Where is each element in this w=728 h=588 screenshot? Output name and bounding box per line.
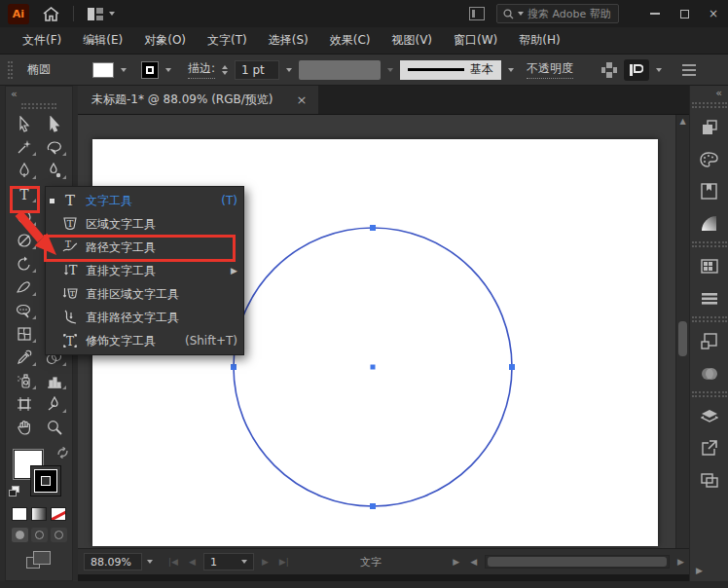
scroll-right-icon[interactable]: ▶ <box>674 557 687 567</box>
previous-artboard-button[interactable]: ◀ <box>186 557 199 567</box>
stroke-color-swatch[interactable] <box>141 61 159 79</box>
draw-inside-button[interactable] <box>51 528 67 542</box>
magic-wand-tool[interactable] <box>9 135 39 159</box>
panel-grip[interactable] <box>692 391 727 397</box>
variable-width-profile-dropdown[interactable] <box>299 60 381 80</box>
menu-window[interactable]: 窗口(W) <box>443 32 508 49</box>
menu-edit[interactable]: 编辑(E) <box>72 32 133 49</box>
gradient-panel-icon[interactable] <box>690 207 728 239</box>
home-icon[interactable] <box>43 7 59 21</box>
zoom-level-box[interactable]: 88.09% <box>84 553 142 570</box>
arrange-documents-button[interactable] <box>88 8 115 20</box>
menu-effect[interactable]: 效果(C) <box>319 32 382 49</box>
minimize-button[interactable] <box>640 0 670 27</box>
zoom-dropdown-icon[interactable] <box>147 560 153 564</box>
opacity-link[interactable]: 不透明度 <box>527 60 573 79</box>
actions-play-icon[interactable]: ▶ <box>690 566 703 581</box>
change-screen-mode-button[interactable] <box>26 551 52 570</box>
menu-item-touch-type-tool[interactable]: T 修饰文字工具 (Shift+T) <box>46 329 243 352</box>
selection-tool[interactable] <box>9 112 39 135</box>
chevron-down-icon[interactable] <box>656 68 662 72</box>
menu-file[interactable]: 文件(F) <box>12 32 72 49</box>
eyedropper-tool[interactable] <box>9 346 39 369</box>
menu-item-area-type-tool[interactable]: T 区域文字工具 <box>46 212 243 236</box>
width-tool[interactable] <box>9 299 39 322</box>
fill-color-swatch[interactable] <box>92 62 114 78</box>
status-expand-icon[interactable]: ▶ <box>450 557 462 567</box>
vertical-scrollbar[interactable]: ▲ <box>675 115 689 548</box>
fill-stroke-indicator[interactable] <box>9 447 69 503</box>
panel-grip[interactable] <box>692 316 727 322</box>
next-artboard-button[interactable]: ▶ <box>259 557 272 567</box>
stroke-panel-link[interactable]: 描边: <box>188 60 215 79</box>
workspace-switcher-button[interactable] <box>624 59 649 81</box>
chevron-down-icon[interactable] <box>508 68 514 72</box>
first-artboard-button[interactable]: |◀ <box>165 557 181 567</box>
menu-item-type-tool[interactable]: T 文字工具 (T) <box>46 189 243 212</box>
zoom-tool[interactable] <box>39 416 69 439</box>
tab-close-icon[interactable]: × <box>296 92 307 107</box>
properties-panel-icon[interactable] <box>690 111 728 143</box>
draw-normal-button[interactable] <box>12 528 28 542</box>
chevron-down-icon[interactable] <box>121 68 127 72</box>
panel-grip[interactable] <box>8 61 13 79</box>
right-dock-collapse[interactable]: « <box>690 86 728 100</box>
curvature-tool[interactable] <box>39 159 69 182</box>
draw-behind-button[interactable] <box>31 528 48 542</box>
color-panel-icon[interactable] <box>690 143 728 175</box>
brush-definition-dropdown[interactable]: 基本 <box>400 60 501 80</box>
layers-panel-icon[interactable] <box>690 400 728 432</box>
menu-select[interactable]: 选择(S) <box>258 32 319 49</box>
artboard-grid-panel-icon[interactable] <box>690 250 728 282</box>
anchor-top[interactable] <box>370 225 376 231</box>
chevron-down-icon[interactable] <box>165 68 171 72</box>
menu-view[interactable]: 视图(V) <box>381 32 443 49</box>
stroke-width-stepper[interactable] <box>222 65 228 75</box>
control-bar-menu-icon[interactable] <box>682 64 696 76</box>
align-icon[interactable] <box>601 62 617 78</box>
swap-fill-stroke-icon[interactable] <box>56 447 69 459</box>
horizontal-scrollbar[interactable] <box>485 555 670 569</box>
menu-item-vertical-type-on-path-tool[interactable]: 直排路径文字工具 <box>46 306 243 329</box>
menu-help[interactable]: 帮助(H) <box>508 32 570 49</box>
direct-selection-tool[interactable] <box>39 112 69 135</box>
toolbar-collapse[interactable]: « <box>6 87 72 101</box>
chevron-down-icon[interactable] <box>387 68 393 72</box>
artboard-tool[interactable] <box>9 392 39 416</box>
artboard-dropdown-icon[interactable] <box>241 560 247 564</box>
symbols-panel-icon[interactable] <box>690 325 728 357</box>
lasso-tool[interactable] <box>39 135 69 159</box>
color-button[interactable] <box>12 507 27 521</box>
artboard-number-box[interactable]: 1 <box>203 553 254 570</box>
pen-tool[interactable] <box>9 159 39 182</box>
paintbrush-tool[interactable] <box>9 276 39 299</box>
search-input[interactable]: 搜索 Adobe 帮助 <box>496 4 619 23</box>
transparency-panel-icon[interactable] <box>690 357 728 389</box>
symbol-sprayer-tool[interactable] <box>9 369 39 392</box>
panel-grip[interactable] <box>692 241 727 247</box>
toolbar-grip[interactable] <box>21 103 56 109</box>
horizontal-scroll-thumb[interactable] <box>488 557 667 567</box>
default-fill-stroke-icon[interactable] <box>9 486 21 497</box>
document-setup-icon[interactable] <box>469 7 485 20</box>
stroke-panel-icon[interactable] <box>690 282 728 314</box>
blend-tool[interactable] <box>39 392 69 416</box>
vertical-scroll-thumb[interactable] <box>678 321 687 356</box>
scroll-left-icon[interactable]: ◀ <box>467 557 480 567</box>
menu-type[interactable]: 文字(T) <box>197 32 258 49</box>
anchor-bottom[interactable] <box>370 503 376 509</box>
mesh-tool[interactable] <box>9 322 39 346</box>
gradient-button[interactable] <box>31 507 47 521</box>
artboards-panel-icon[interactable] <box>690 464 728 496</box>
last-artboard-button[interactable]: ▶| <box>276 557 292 567</box>
scroll-up-icon[interactable]: ▲ <box>679 115 685 129</box>
close-button[interactable]: × <box>699 0 728 27</box>
hand-tool[interactable] <box>9 416 39 439</box>
menu-item-vertical-type-tool[interactable]: T 直排文字工具 ▶ <box>46 259 243 282</box>
center-point[interactable] <box>371 365 376 370</box>
chevron-down-icon[interactable] <box>286 68 292 72</box>
document-tab[interactable]: 未标题-1* @ 88.09% (RGB/预览) × <box>78 86 318 114</box>
stroke-width-value[interactable]: 1 pt <box>235 60 279 80</box>
maximize-button[interactable] <box>670 0 699 27</box>
anchor-right[interactable] <box>509 364 515 370</box>
